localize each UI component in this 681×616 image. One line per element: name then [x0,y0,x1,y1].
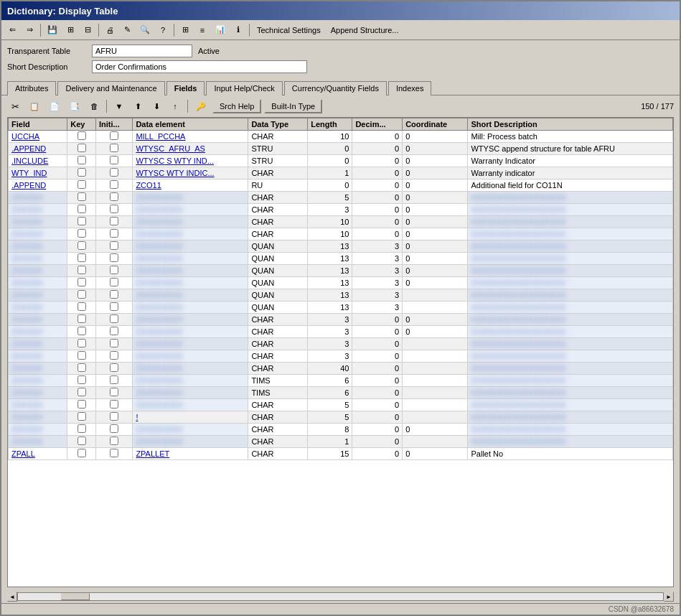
table-row[interactable]: ZXXXXX!CHAR50XXXXXXXXXXXXXXXXXX [9,411,673,424]
table-row[interactable]: ZXXXXXZXXXXXXXXQUAN133XXXXXXXXXXXXXXXXXX [9,302,673,314]
table-row[interactable]: ZXXXXXZXXXXXXXXTIMS60XXXXXXXXXXXXXXXXXX [9,387,673,399]
shortcut-btn[interactable]: ⊞ [62,22,78,38]
table-row[interactable]: ZXXXXXZXXXXXXXXCHAR300XXXXXXXXXXXXXXXXXX [9,204,673,216]
tab-input-help[interactable]: Input Help/Check [206,81,282,95]
move-up-btn[interactable]: ↑ [167,98,183,114]
chart-btn[interactable]: 📊 [212,22,229,38]
scroll-left[interactable]: ◄ [7,592,17,602]
table-row[interactable]: ZXXXXXZXXXXXXXXCHAR300XXXXXXXXXXXXXXXXXX [9,326,673,338]
table-row[interactable]: .APPENDWTYSC_AFRU_ASSTRU000WTYSC append … [9,143,673,155]
table-row[interactable]: ZXXXXXZXXXXXXXXQUAN1330XXXXXXXXXXXXXXXXX… [9,265,673,277]
title-bar: Dictionary: Display Table [1,1,680,20]
col-desc: Short Description [468,118,673,131]
table-row[interactable]: .INCLUDEWTYSC S WTY IND...STRU000Warrant… [9,155,673,167]
col-field: Field [9,118,67,131]
table-row[interactable]: ZXXXXXZXXXXXXXXQUAN1330XXXXXXXXXXXXXXXXX… [9,253,673,265]
table-row[interactable]: ZXXXXXZXXXXXXXXQUAN133XXXXXXXXXXXXXXXXXX [9,289,673,302]
copy-btn[interactable]: 📋 [26,98,43,114]
table-input[interactable] [92,45,192,57]
table-row[interactable]: ZXXXXXZXXXXXXXXCHAR10XXXXXXXXXXXXXXXXXX [9,436,673,448]
col-init: Initi... [95,118,132,131]
sep6 [187,100,188,113]
help-btn[interactable]: ? [155,22,171,38]
forward-btn[interactable]: ⇒ [22,22,37,38]
scroll-right[interactable]: ► [664,592,674,602]
col-length: Length [308,118,352,131]
tab-currency[interactable]: Currency/Quantity Fields [284,81,387,95]
info-btn[interactable]: ℹ [230,22,246,38]
table-container[interactable]: Field Key Initi... Data element Data Typ… [7,117,674,587]
col-data-type: Data Type [248,118,308,131]
table-row[interactable]: ZXXXXXZXXXXXXXXCHAR30XXXXXXXXXXXXXXXXXX [9,338,673,350]
tab-fields[interactable]: Fields [166,81,205,95]
sep4 [249,24,250,37]
sort-desc-btn[interactable]: ⬇ [149,98,164,114]
edit-btn[interactable]: ✎ [119,22,135,38]
table-label: Transparent Table [7,47,86,55]
tabs-bar: Attributes Delivery and Maintenance Fiel… [1,78,680,95]
cut-btn[interactable]: ✂ [7,98,23,114]
col-coordinate: Coordinate [403,118,468,131]
table-row[interactable]: ZXXXXXZXXXXXXXXQUAN1330XXXXXXXXXXXXXXXXX… [9,277,673,289]
table-row[interactable]: .APPENDZCO11RU000Additional field for CO… [9,179,673,192]
table-row[interactable]: ZPALLZPALLETCHAR1500Pallet No [9,448,673,460]
desc-row-form: Short Description [7,60,674,73]
status-text: CSDN @a86632678 [609,605,674,613]
table-row[interactable]: ZXXXXXZXXXXXXXXTIMS60XXXXXXXXXXXXXXXXXX [9,375,673,387]
print-btn[interactable]: 🖨 [102,22,118,38]
table-row-form: Transparent Table Active [7,45,674,57]
status-text: Active [198,47,220,55]
table-row[interactable]: ZXXXXXZXXXXXXXXCHAR800XXXXXXXXXXXXXXXXXX [9,424,673,436]
technical-settings-menu[interactable]: Technical Settings [253,24,325,36]
table-header-row: Field Key Initi... Data element Data Typ… [9,118,673,131]
dup-btn[interactable]: 📑 [66,98,83,114]
table-row[interactable]: ZXXXXXZXXXXXXXXCHAR500XXXXXXXXXXXXXXXXXX [9,192,673,204]
table-row[interactable]: ZXXXXXZXXXXXXXXCHAR1000XXXXXXXXXXXXXXXXX… [9,228,673,241]
append-structure-menu[interactable]: Append Structure... [327,24,403,36]
table-row[interactable]: ZXXXXXZXXXXXXXXCHAR50XXXXXXXXXXXXXXXXXX [9,399,673,411]
sep3 [174,24,174,37]
table-row[interactable]: ZXXXXXZXXXXXXXXQUAN1330XXXXXXXXXXXXXXXXX… [9,241,673,253]
grid-btn[interactable]: ⊞ [177,22,193,38]
sep5 [106,100,107,113]
sort-asc-btn[interactable]: ⬆ [130,98,146,114]
scrollbar-thumb[interactable] [61,593,90,600]
table-body: UCCHAMILL_PCCHACHAR1000Mill: Process bat… [9,131,673,460]
main-window: Dictionary: Display Table ⇐ ⇒ 💾 ⊞ ⊟ 🖨 ✎ … [0,0,681,616]
key-btn[interactable]: 🔑 [192,98,210,114]
form-area: Transparent Table Active Short Descripti… [1,40,680,78]
table-row[interactable]: ZXXXXXZXXXXXXXXCHAR300XXXXXXXXXXXXXXXXXX [9,314,673,326]
filter-btn[interactable]: ▼ [111,98,127,114]
list-btn[interactable]: ≡ [194,22,210,38]
paste-btn[interactable]: 📄 [46,98,63,114]
col-decimal: Decim... [352,118,403,131]
table-row[interactable]: UCCHAMILL_PCCHACHAR1000Mill: Process bat… [9,131,673,143]
horizontal-scrollbar[interactable]: ◄ ► [1,590,680,603]
table-row[interactable]: ZXXXXXZXXXXXXXXCHAR400XXXXXXXXXXXXXXXXXX [9,363,673,375]
window-title: Dictionary: Display Table [7,6,118,17]
fields-table: Field Key Initi... Data element Data Typ… [8,118,673,460]
srch-help-button[interactable]: Srch Help [212,99,261,113]
table-row[interactable]: ZXXXXXZXXXXXXXXCHAR30XXXXXXXXXXXXXXXXXX [9,350,673,363]
del-btn[interactable]: 🗑 [86,98,102,114]
status-bar: CSDN @a86632678 [1,603,680,615]
back-btn[interactable]: ⇐ [4,22,20,38]
cmd-btn[interactable]: ⊟ [80,22,95,38]
col-data-element: Data element [133,118,248,131]
toolbar2: ✂ 📋 📄 📑 🗑 ▼ ⬆ ⬇ ↑ 🔑 Srch Help Built-In T… [1,95,680,117]
tab-attributes[interactable]: Attributes [7,81,56,95]
table-row[interactable]: ZXXXXXZXXXXXXXXCHAR1000XXXXXXXXXXXXXXXXX… [9,216,673,228]
record-count: 150 / 177 [641,102,674,111]
save-btn[interactable]: 💾 [44,22,61,38]
tab-indexes[interactable]: Indexes [388,81,432,95]
table-row[interactable]: WTY_INDWTYSC WTY INDIC...CHAR100Warranty… [9,167,673,179]
sep1 [40,24,41,37]
sep2 [98,24,99,37]
find-btn[interactable]: 🔍 [136,22,154,38]
desc-input[interactable] [92,60,307,73]
tab-delivery[interactable]: Delivery and Maintenance [57,81,164,95]
built-in-button[interactable]: Built-In Type [264,99,322,113]
col-key: Key [67,118,96,131]
menu-bar: ⇐ ⇒ 💾 ⊞ ⊟ 🖨 ✎ 🔍 ? ⊞ ≡ 📊 ℹ Technical Sett… [1,20,680,40]
scrollbar-track[interactable] [17,592,664,601]
